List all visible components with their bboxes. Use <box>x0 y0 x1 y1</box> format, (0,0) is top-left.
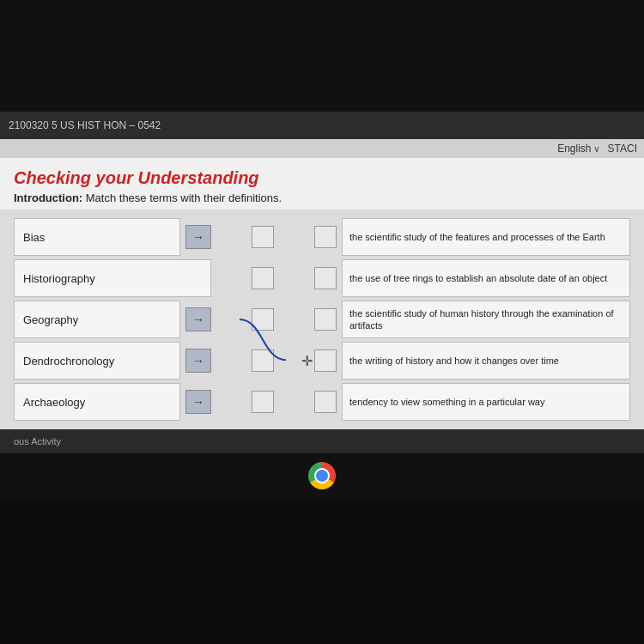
user-name: STACI <box>608 143 637 155</box>
def-box-3: the writing of history and how it change… <box>342 342 630 380</box>
screen: 2100320 5 US HIST HON – 0542 English v S… <box>0 0 644 644</box>
def-box-2: the scientific study of human history th… <box>342 301 630 338</box>
taskbar <box>0 453 644 498</box>
terms-column: Bias → Historiography Geography → Dendro… <box>14 218 211 421</box>
drop-target-right-0[interactable] <box>314 226 337 248</box>
term-row-dendrochronology: Dendrochronology → <box>14 342 211 380</box>
language-label[interactable]: English <box>557 143 591 155</box>
def-row-2: the scientific study of human history th… <box>314 301 630 338</box>
chrome-icon[interactable] <box>308 462 336 489</box>
connector-area: ✛ <box>228 218 297 421</box>
def-box-4: tendency to view something in a particul… <box>342 383 630 421</box>
connector-slot-2 <box>228 301 297 338</box>
term-row-archaeology: Archaeology → <box>14 383 211 421</box>
arrow-btn-bias[interactable]: → <box>185 225 211 249</box>
drop-target-left-2[interactable] <box>252 308 274 331</box>
bottom-area: ous Activity <box>0 429 644 498</box>
bottom-nav-text: ous Activity <box>14 436 61 447</box>
instruction-bold: Introduction: <box>14 191 82 204</box>
def-row-1: the use of tree rings to establish an ab… <box>314 259 630 297</box>
browser-bar: 2100320 5 US HIST HON – 0542 <box>0 112 644 139</box>
term-row-historiography: Historiography <box>14 259 211 297</box>
def-box-1: the use of tree rings to establish an ab… <box>342 259 630 297</box>
page-title: Checking your Understanding <box>14 168 630 188</box>
def-row-4: tendency to view something in a particul… <box>314 383 630 421</box>
matching-exercise: Bias → Historiography Geography → Dendro… <box>0 210 644 429</box>
term-dendrochronology: Dendrochronology <box>14 342 180 380</box>
drop-target-right-3[interactable] <box>314 349 337 372</box>
connector-slot-0 <box>228 218 297 256</box>
drop-target-left-0[interactable] <box>252 226 274 248</box>
term-historiography: Historiography <box>14 259 211 297</box>
browser-title: 2100320 5 US HIST HON – 0542 <box>9 119 161 131</box>
drop-target-left-4[interactable] <box>252 391 274 413</box>
drop-target-right-4[interactable] <box>314 391 337 413</box>
drop-target-right-2[interactable] <box>314 308 337 331</box>
language-chevron: v <box>595 144 599 154</box>
drop-target-left-1[interactable] <box>252 267 274 289</box>
term-row-geography: Geography → <box>14 301 211 338</box>
connector-slot-4 <box>228 383 297 421</box>
instruction-text: Match these terms with their definitions… <box>82 191 282 204</box>
def-box-0: the scientific study of the features and… <box>342 218 630 256</box>
arrow-btn-archaeology[interactable]: → <box>185 390 211 414</box>
connector-slot-1 <box>228 259 297 297</box>
arrow-btn-dendrochronology[interactable]: → <box>185 349 211 373</box>
main-content: English v STACI Checking your Understand… <box>0 139 644 429</box>
page-header: Checking your Understanding Introduction… <box>0 158 644 210</box>
definitions-column: the scientific study of the features and… <box>314 218 630 421</box>
def-row-3: the writing of history and how it change… <box>314 342 630 380</box>
bottom-nav: ous Activity <box>0 429 644 453</box>
instructions: Introduction: Match these terms with the… <box>14 191 630 204</box>
term-archaeology: Archaeology <box>14 383 180 421</box>
top-right-bar: English v STACI <box>0 139 644 158</box>
drop-target-right-1[interactable] <box>314 267 337 289</box>
arrow-btn-geography[interactable]: → <box>185 307 211 331</box>
drop-target-left-3[interactable] <box>252 349 274 372</box>
def-row-0: the scientific study of the features and… <box>314 218 630 256</box>
term-bias: Bias <box>14 218 180 256</box>
drag-cursor-icon: ✛ <box>301 353 313 369</box>
term-geography: Geography <box>14 301 180 338</box>
top-black-bar <box>0 0 644 112</box>
term-row-bias: Bias → <box>14 218 211 256</box>
connector-slot-3: ✛ <box>228 342 297 380</box>
